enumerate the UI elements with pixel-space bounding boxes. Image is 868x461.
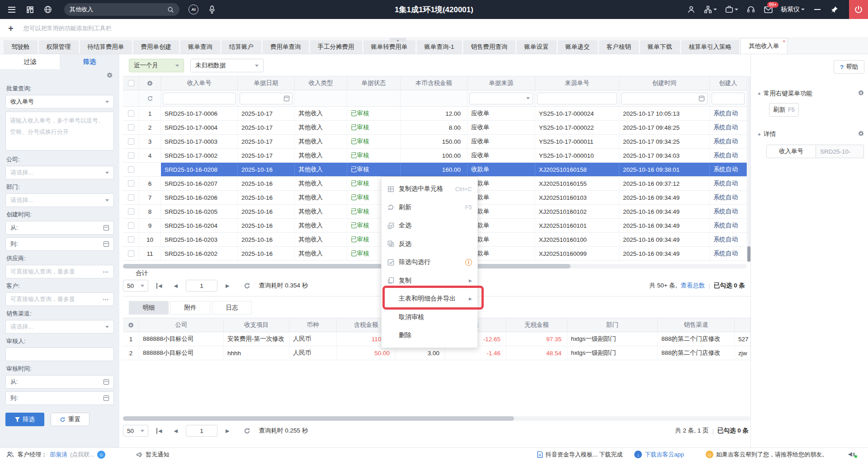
app-download-link[interactable]: 下载吉客云app xyxy=(645,451,684,459)
scrollbar-thumb[interactable] xyxy=(123,416,514,421)
workspace-tab[interactable]: 驾驶舱 xyxy=(4,40,38,54)
next-page-button[interactable]: ▶ xyxy=(222,428,233,434)
scrollbar-thumb[interactable] xyxy=(747,246,750,262)
workspace-tab[interactable]: 账单设置 xyxy=(517,40,557,54)
audit-to-input[interactable]: 到: xyxy=(5,391,114,405)
row-checkbox[interactable] xyxy=(123,191,139,204)
column-settings-gear-icon[interactable] xyxy=(123,318,139,332)
row-checkbox[interactable] xyxy=(123,149,139,162)
minimize-icon[interactable] xyxy=(813,5,822,14)
created-to-input[interactable]: 到: xyxy=(5,237,114,251)
messages-icon[interactable]: 99+ xyxy=(764,5,773,14)
field-value-income-no[interactable]: SRD25-10- xyxy=(816,145,864,158)
filter-no-input[interactable] xyxy=(163,93,236,104)
workspace-tab[interactable]: 待结算费用单 xyxy=(80,40,132,54)
filter-source-no-input[interactable] xyxy=(537,93,617,104)
user-admin-icon[interactable] xyxy=(687,5,696,14)
date-range-select[interactable]: 近一个月 xyxy=(129,59,184,72)
supplier-input[interactable]: 可直接输入查询，最多显⋯ xyxy=(5,265,114,278)
detail-tab[interactable]: 日志 xyxy=(212,301,252,315)
main-vertical-scrollbar[interactable] xyxy=(747,76,750,262)
sales-channel-select[interactable]: 请选择... xyxy=(5,320,114,334)
created-from-input[interactable]: 从: xyxy=(5,221,114,235)
department-select[interactable]: 请选择... xyxy=(5,193,114,207)
menu-item-filter-checked-rows[interactable]: 筛选勾选行i xyxy=(382,253,477,272)
first-page-button[interactable]: ◀ xyxy=(153,428,165,434)
scrollbar-thumb[interactable] xyxy=(123,264,571,268)
customer-picker-icon[interactable]: ⋯ xyxy=(103,296,109,303)
company-select[interactable]: 请选择... xyxy=(5,166,114,179)
table-row[interactable]: 1SRD25-10-17-00062025-10-17其他收入已审核12.00应… xyxy=(123,107,747,121)
menu-item-copy[interactable]: 复制▶ xyxy=(382,272,477,290)
filter-source-select[interactable] xyxy=(469,93,533,104)
section-detail-gear-icon[interactable] xyxy=(858,130,864,137)
collapse-tabs-icon[interactable]: ▲ xyxy=(390,38,406,42)
table-row[interactable]: 5SRD25-10-16-02082025-10-16其他收入已审核160.00… xyxy=(123,163,747,177)
row-checkbox[interactable] xyxy=(123,135,139,148)
manager-more[interactable]: (点我联... xyxy=(70,451,94,459)
workspace-tab[interactable]: 账单递交 xyxy=(558,40,598,54)
column-settings-gear-icon[interactable] xyxy=(139,76,161,90)
detail-row[interactable]: 2888888小目标公司hhhh人民币50.003.00-1.4648.54hx… xyxy=(123,346,750,360)
workspace-tab[interactable]: 账单转费用单 xyxy=(363,40,415,54)
calendar-icon[interactable] xyxy=(284,96,289,101)
row-checkbox[interactable] xyxy=(123,233,139,246)
menu-item-invert-selection[interactable]: 反选 xyxy=(382,235,477,254)
filter-creator-input[interactable] xyxy=(712,93,745,104)
section-menu-gear-icon[interactable] xyxy=(858,89,864,96)
auditor-input[interactable] xyxy=(5,348,114,361)
workspace-tab[interactable]: 账单查询-1 xyxy=(417,40,462,54)
workspace-tab[interactable]: 权限管理 xyxy=(39,40,79,54)
close-icon[interactable]: × xyxy=(783,39,785,44)
workspace-tab[interactable]: 销售费用查询 xyxy=(463,40,515,54)
select-all-checkbox[interactable] xyxy=(123,76,139,90)
globe-icon[interactable] xyxy=(43,5,52,14)
detail-tab[interactable]: 附件 xyxy=(170,301,210,315)
audit-from-input[interactable]: 从: xyxy=(5,375,114,389)
workspace-tab[interactable]: 费用单查询 xyxy=(263,40,309,54)
search-icon[interactable] xyxy=(167,6,174,13)
prev-page-button[interactable]: ◀ xyxy=(170,283,181,289)
global-search[interactable] xyxy=(64,3,179,16)
panel-refresh-button[interactable]: 刷新F5 xyxy=(769,103,799,117)
next-page-button[interactable]: ▶ xyxy=(222,283,233,289)
batch-query-select[interactable]: 收入单号 xyxy=(5,95,114,108)
microphone-icon[interactable] xyxy=(208,5,217,14)
manager-name-link[interactable]: 邵泉清 xyxy=(50,451,67,459)
org-structure-icon[interactable] xyxy=(704,5,717,14)
workspace-tab[interactable]: 手工分摊费用 xyxy=(310,40,362,54)
table-row[interactable]: 2SRD25-10-17-00042025-10-17其他收入已审核8.00应收… xyxy=(123,121,747,135)
row-checkbox[interactable] xyxy=(123,107,139,120)
field-label-income-no[interactable]: 收入单号 xyxy=(766,145,816,158)
page-size-select[interactable]: 50 xyxy=(123,425,148,437)
supplier-picker-icon[interactable]: ⋯ xyxy=(103,268,109,275)
pin-icon[interactable] xyxy=(830,5,839,14)
row-checkbox[interactable] xyxy=(123,121,139,134)
workspace-tab[interactable]: 账单下载 xyxy=(640,40,680,54)
menu-item-refresh[interactable]: 刷新F5 xyxy=(382,198,477,217)
add-shortcut-icon[interactable]: + xyxy=(8,24,14,33)
filter-created-input[interactable] xyxy=(621,93,708,104)
refresh-list-icon[interactable] xyxy=(244,282,250,289)
archive-filter-select[interactable]: 未归档数据 xyxy=(190,59,264,72)
tab-shaixuan[interactable]: 筛选 xyxy=(60,54,119,69)
detail-horizontal-scrollbar[interactable] xyxy=(123,416,750,421)
page-number-input[interactable]: 1 xyxy=(186,280,217,292)
refresh-list-icon[interactable] xyxy=(244,428,250,434)
menu-item-cancel-audit[interactable]: 取消审核 xyxy=(382,308,477,327)
calendar-icon[interactable] xyxy=(104,395,109,401)
page-size-select[interactable]: 50 xyxy=(123,280,148,292)
table-row[interactable]: 4SRD25-10-17-00022025-10-17其他收入已审核100.00… xyxy=(123,149,747,163)
apps-grid-icon[interactable] xyxy=(25,5,34,14)
workspace-tab[interactable]: 客户核销 xyxy=(599,40,639,54)
workspace-tab[interactable]: 费用单创建 xyxy=(133,40,179,54)
prev-page-button[interactable]: ◀ xyxy=(170,428,181,434)
table-row[interactable]: 3SRD25-10-17-00032025-10-17其他收入已审核150.00… xyxy=(123,135,747,149)
detail-tab-active[interactable]: 明细 xyxy=(129,301,169,315)
workspace-tab[interactable]: 核算单引入策略 xyxy=(681,40,740,54)
refresh-icon[interactable] xyxy=(147,95,153,102)
chat-icon[interactable]: ☺ xyxy=(97,451,105,459)
row-checkbox[interactable] xyxy=(123,177,139,190)
menu-item-export-main-and-detail[interactable]: 主表和明细合并导出▶ xyxy=(382,290,477,308)
customer-input[interactable]: 可直接输入查询，最多显⋯ xyxy=(5,292,114,306)
